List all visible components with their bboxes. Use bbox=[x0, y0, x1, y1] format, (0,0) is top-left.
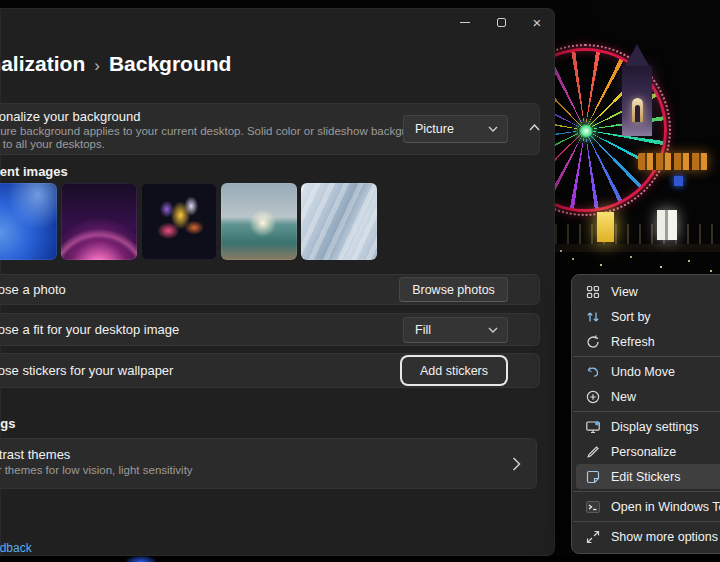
menu-item-label: Sort by bbox=[611, 310, 651, 324]
give-feedback-link[interactable]: Give feedback bbox=[0, 541, 32, 555]
chevron-down-icon bbox=[488, 126, 498, 132]
display-settings-icon bbox=[585, 419, 601, 435]
sort-icon bbox=[585, 309, 601, 325]
chevron-down-icon bbox=[488, 327, 498, 333]
amber-signage-lights bbox=[638, 153, 708, 170]
menu-item-edit-stickers[interactable]: Edit Stickers bbox=[576, 464, 720, 489]
undo-icon bbox=[585, 364, 601, 380]
titlebar-buttons: × bbox=[447, 8, 555, 37]
menu-item-label: Open in Windows Terminal bbox=[611, 500, 720, 514]
breadcrumb-separator: › bbox=[94, 56, 100, 75]
contrast-themes-desc: Color themes for low vision, light sensi… bbox=[0, 464, 193, 476]
stickers-card: Choose stickers for your wallpaper Add s… bbox=[0, 353, 540, 388]
sticker-icon bbox=[585, 469, 601, 485]
menu-item-open-windows-terminal[interactable]: Open in Windows Terminal bbox=[576, 494, 720, 519]
church-tower bbox=[622, 66, 652, 136]
collapse-chevron-up-icon[interactable] bbox=[529, 124, 540, 131]
thumbnail-lake-sunrise[interactable] bbox=[221, 183, 297, 260]
fit-dropdown-value: Fill bbox=[415, 323, 488, 337]
menu-item-label: Edit Stickers bbox=[611, 470, 680, 484]
menu-item-label: Show more options bbox=[611, 530, 718, 544]
maximize-icon bbox=[497, 18, 506, 27]
menu-item-label: Undo Move bbox=[611, 365, 675, 379]
tower-window bbox=[632, 98, 643, 122]
menu-item-label: View bbox=[611, 285, 638, 299]
screen: × Personalization›Background Personalize… bbox=[0, 0, 720, 562]
page-title: Background bbox=[109, 52, 232, 75]
taskbar-accent-glow bbox=[126, 556, 156, 562]
choose-photo-card: Choose a photo Browse photos bbox=[0, 274, 540, 305]
refresh-icon bbox=[585, 334, 601, 350]
menu-item-sort-by[interactable]: Sort by bbox=[576, 304, 720, 329]
terminal-icon bbox=[585, 499, 601, 515]
related-settings-header: Related settings bbox=[0, 416, 15, 431]
scattered-lights bbox=[560, 250, 562, 252]
pier-beam bbox=[555, 244, 720, 252]
settings-window: × Personalization›Background Personalize… bbox=[0, 8, 555, 556]
browse-photos-button[interactable]: Browse photos bbox=[399, 277, 508, 302]
thumbnail-abstract-flower-dark[interactable] bbox=[141, 183, 217, 260]
menu-item-display-settings[interactable]: Display settings bbox=[576, 414, 720, 439]
personalize-card-desc-line1: A picture background applies to your cur… bbox=[0, 125, 437, 137]
menu-item-label: New bbox=[611, 390, 636, 404]
grid-view-icon bbox=[585, 284, 601, 300]
new-icon bbox=[585, 389, 601, 405]
menu-item-refresh[interactable]: Refresh bbox=[576, 329, 720, 354]
personalize-background-card: Personalize your background A picture ba… bbox=[0, 103, 540, 155]
lit-panel-yellow bbox=[597, 212, 614, 242]
taskbar[interactable] bbox=[0, 556, 720, 562]
stickers-label: Choose stickers for your wallpaper bbox=[0, 363, 173, 378]
recent-images-row bbox=[0, 183, 377, 260]
personalize-card-title: Personalize your background bbox=[0, 109, 140, 124]
menu-separator bbox=[573, 356, 720, 357]
choose-photo-label: Choose a photo bbox=[0, 282, 66, 297]
blue-window-light bbox=[674, 176, 683, 186]
personalize-brush-icon bbox=[585, 444, 601, 460]
contrast-themes-card[interactable]: Contrast themes Color themes for low vis… bbox=[0, 438, 537, 489]
thumbnail-windows-bloom-blue[interactable] bbox=[0, 183, 57, 260]
personalize-card-desc-line2: apply to all your desktops. bbox=[0, 138, 105, 150]
close-button[interactable]: × bbox=[519, 8, 555, 37]
menu-separator bbox=[573, 491, 720, 492]
thumbnail-paper-bloom-light[interactable] bbox=[301, 183, 377, 260]
fit-dropdown[interactable]: Fill bbox=[403, 317, 508, 343]
choose-fit-card: Choose a fit for your desktop image Fill bbox=[0, 313, 540, 346]
background-style-dropdown[interactable]: Picture bbox=[403, 115, 508, 143]
thumbnail-glow-arc-purple[interactable] bbox=[61, 183, 137, 260]
menu-separator bbox=[573, 411, 720, 412]
contrast-themes-title: Contrast themes bbox=[0, 447, 70, 462]
add-stickers-button[interactable]: Add stickers bbox=[402, 357, 506, 384]
minimize-icon bbox=[460, 22, 470, 23]
menu-item-label: Display settings bbox=[611, 420, 699, 434]
menu-item-label: Refresh bbox=[611, 335, 655, 349]
menu-item-view[interactable]: View bbox=[576, 279, 720, 304]
lit-panel-white bbox=[657, 210, 677, 240]
breadcrumb-parent[interactable]: Personalization bbox=[0, 52, 85, 75]
menu-separator bbox=[573, 521, 720, 522]
menu-item-show-more-options[interactable]: Show more options bbox=[576, 524, 720, 549]
maximize-button[interactable] bbox=[483, 8, 519, 37]
menu-item-new[interactable]: New bbox=[576, 384, 720, 409]
choose-fit-label: Choose a fit for your desktop image bbox=[0, 322, 179, 337]
menu-item-undo-move[interactable]: Undo Move bbox=[576, 359, 720, 384]
close-icon: × bbox=[533, 15, 542, 30]
background-style-value: Picture bbox=[415, 122, 488, 136]
desktop-context-menu: View Sort by Refresh Undo Move New Displ… bbox=[571, 274, 720, 554]
menu-item-label: Personalize bbox=[611, 445, 676, 459]
menu-item-personalize[interactable]: Personalize bbox=[576, 439, 720, 464]
recent-images-label: Recent images bbox=[0, 164, 68, 179]
chevron-right-icon bbox=[512, 457, 521, 471]
show-more-icon bbox=[585, 529, 601, 545]
breadcrumb: Personalization›Background bbox=[0, 52, 231, 76]
pier-structure bbox=[555, 204, 720, 254]
minimize-button[interactable] bbox=[447, 8, 483, 37]
